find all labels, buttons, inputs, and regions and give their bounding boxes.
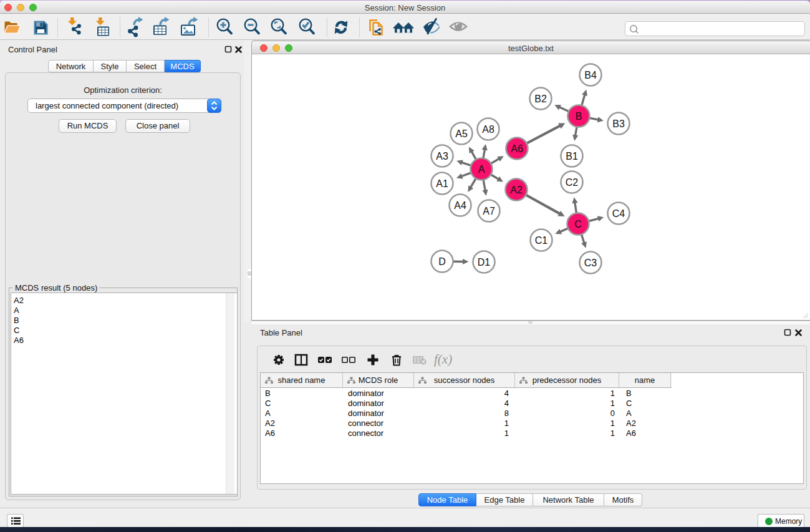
svg-text:A8: A8	[482, 124, 494, 135]
svg-text:A: A	[478, 164, 485, 175]
svg-text:D1: D1	[478, 257, 491, 268]
svg-text:A6: A6	[511, 143, 523, 154]
svg-text:A4: A4	[454, 200, 466, 211]
svg-text:C: C	[574, 219, 582, 230]
svg-text:C1: C1	[535, 235, 548, 246]
svg-text:A5: A5	[455, 128, 468, 139]
svg-text:C2: C2	[566, 177, 579, 188]
svg-text:B2: B2	[534, 94, 547, 104]
svg-text:B4: B4	[584, 70, 597, 80]
svg-text:A1: A1	[436, 178, 448, 189]
svg-text:A7: A7	[483, 206, 495, 216]
svg-text:B3: B3	[612, 118, 625, 129]
svg-text:C3: C3	[584, 258, 597, 268]
svg-text:B: B	[576, 111, 582, 122]
svg-text:C4: C4	[612, 208, 625, 219]
svg-text:A3: A3	[436, 151, 448, 162]
svg-text:B1: B1	[566, 151, 578, 162]
svg-text:D: D	[438, 256, 446, 267]
svg-text:f(x): f(x)	[434, 352, 452, 367]
svg-text:A2: A2	[510, 185, 523, 195]
